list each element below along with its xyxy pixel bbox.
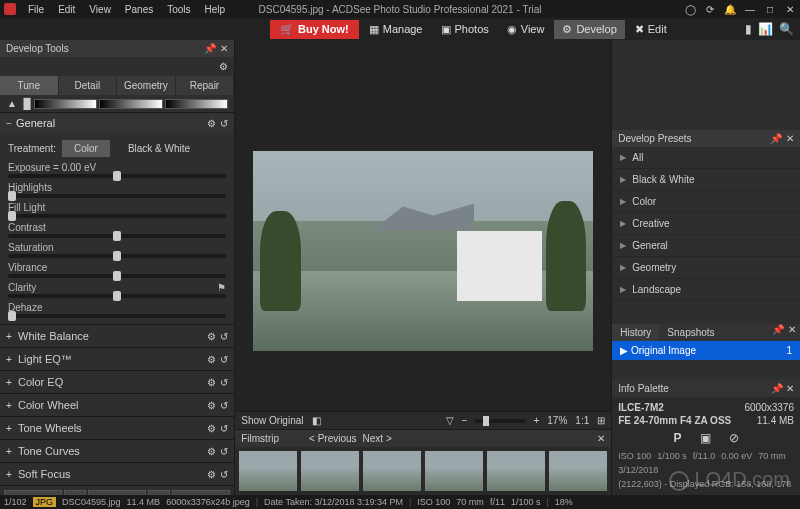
search-icon[interactable]: 🔍 — [779, 22, 794, 36]
gradient-highlights[interactable] — [165, 99, 228, 109]
presets-gear-icon[interactable]: ⚙ — [219, 61, 228, 72]
filmstrip-prev-button[interactable]: < Previous — [309, 433, 357, 444]
reset-icon[interactable]: ↺ — [220, 377, 228, 388]
reset-icon[interactable]: ↺ — [220, 331, 228, 342]
section-tone-wheels[interactable]: +Tone Wheels⚙↺ — [0, 416, 234, 439]
reset-icon[interactable]: ↺ — [220, 469, 228, 480]
thumbnail[interactable] — [549, 451, 607, 491]
thumbnail[interactable] — [363, 451, 421, 491]
close-icon[interactable]: ✕ — [786, 133, 794, 144]
slider-thumb[interactable] — [113, 251, 121, 261]
mode-view[interactable]: ◉View — [499, 20, 553, 39]
filmstrip-next-button[interactable]: Next > — [363, 433, 392, 444]
reset-icon[interactable]: ↺ — [220, 354, 228, 365]
preset-creative[interactable]: ▶Creative — [612, 213, 800, 235]
zoom-out-icon[interactable]: − — [462, 415, 468, 426]
pin-icon[interactable]: 📌 — [204, 43, 216, 54]
tab-geometry[interactable]: Geometry — [117, 76, 176, 95]
close-panel-icon[interactable]: ✕ — [220, 43, 228, 54]
preset-color[interactable]: ▶Color — [612, 191, 800, 213]
close-icon[interactable]: ✕ — [786, 383, 794, 394]
buy-now-button[interactable]: 🛒 Buy Now! — [270, 20, 359, 39]
zoom-slider[interactable] — [475, 419, 525, 423]
slider-thumb[interactable] — [113, 271, 121, 281]
gear-icon[interactable]: ⚙ — [207, 469, 216, 480]
menu-edit[interactable]: Edit — [52, 2, 81, 17]
section-color-wheel[interactable]: +Color Wheel⚙↺ — [0, 393, 234, 416]
show-original-button[interactable]: Show Original — [241, 415, 303, 426]
slider-track[interactable] — [8, 294, 226, 298]
user-icon[interactable]: ◯ — [684, 4, 696, 15]
pin-icon[interactable]: 📌 — [770, 133, 782, 144]
gradient-shadows[interactable] — [34, 99, 97, 109]
general-header[interactable]: − General ⚙↺ — [0, 113, 234, 133]
thumbnail[interactable] — [301, 451, 359, 491]
365-icon[interactable]: ▮ — [745, 22, 752, 36]
history-item[interactable]: ▶ Original Image 1 — [612, 341, 800, 360]
menu-file[interactable]: File — [22, 2, 50, 17]
tab-detail[interactable]: Detail — [59, 76, 118, 95]
thumbnail[interactable] — [425, 451, 483, 491]
zoom-actual-button[interactable]: 1:1 — [575, 415, 589, 426]
section-tone-curves[interactable]: +Tone Curves⚙↺ — [0, 439, 234, 462]
mode-photos[interactable]: ▣Photos — [433, 20, 497, 39]
gear-icon[interactable]: ⚙ — [207, 423, 216, 434]
histogram-toggle-icon[interactable]: ▲ — [6, 98, 18, 109]
minimize-icon[interactable]: — — [744, 4, 756, 15]
slider-thumb[interactable] — [8, 191, 16, 201]
slider-thumb[interactable] — [113, 291, 121, 301]
slider-track[interactable] — [8, 314, 226, 318]
zoom-menu-icon[interactable]: ⊞ — [597, 415, 605, 426]
gear-icon[interactable]: ⚙ — [207, 400, 216, 411]
gear-icon[interactable]: ⚙ — [207, 377, 216, 388]
slider-thumb[interactable] — [113, 231, 121, 241]
tab-tune[interactable]: Tune — [0, 76, 59, 95]
slider-track[interactable] — [8, 234, 226, 238]
mode-edit[interactable]: ✖Edit — [627, 20, 675, 39]
mode-develop[interactable]: ⚙Develop — [554, 20, 624, 39]
menu-tools[interactable]: Tools — [161, 2, 196, 17]
preset-geometry[interactable]: ▶Geometry — [612, 257, 800, 279]
compare-icon[interactable]: ◧ — [312, 415, 321, 426]
slider-track[interactable] — [8, 274, 226, 278]
preset-black-white[interactable]: ▶Black & White — [612, 169, 800, 191]
section-light-eq-[interactable]: +Light EQ™⚙↺ — [0, 347, 234, 370]
slider-thumb[interactable] — [113, 171, 121, 181]
reset-icon[interactable]: ↺ — [220, 118, 228, 129]
zoom-in-icon[interactable]: + — [533, 415, 539, 426]
section-color-eq[interactable]: +Color EQ⚙↺ — [0, 370, 234, 393]
bell-icon[interactable]: 🔔 — [724, 4, 736, 15]
slider-track[interactable] — [8, 254, 226, 258]
pin-icon[interactable]: 📌 — [771, 383, 783, 394]
filmstrip[interactable] — [235, 447, 611, 495]
slider-track[interactable] — [8, 214, 226, 218]
menu-view[interactable]: View — [83, 2, 117, 17]
menu-help[interactable]: Help — [199, 2, 232, 17]
filmstrip-close-icon[interactable]: ✕ — [597, 433, 605, 444]
section-soft-focus[interactable]: +Soft Focus⚙↺ — [0, 462, 234, 485]
treatment-bw-button[interactable]: Black & White — [116, 140, 202, 157]
reset-icon[interactable]: ↺ — [220, 400, 228, 411]
slider-thumb[interactable] — [8, 311, 16, 321]
thumbnail[interactable] — [239, 451, 297, 491]
reset-icon[interactable]: ↺ — [220, 423, 228, 434]
slider-track[interactable] — [8, 194, 226, 198]
zoom-percent[interactable]: 17% — [547, 415, 567, 426]
slider-track[interactable] — [8, 174, 226, 178]
reset-icon[interactable]: ↺ — [220, 446, 228, 457]
preset-all[interactable]: ▶All — [612, 147, 800, 169]
treatment-color-button[interactable]: Color — [62, 140, 110, 157]
sync-icon[interactable]: ⟳ — [704, 4, 716, 15]
gear-icon[interactable]: ⚙ — [207, 446, 216, 457]
zoom-fit-icon[interactable]: ▽ — [446, 415, 454, 426]
menu-panes[interactable]: Panes — [119, 2, 159, 17]
preset-landscape[interactable]: ▶Landscape — [612, 279, 800, 301]
mode-manage[interactable]: ▦Manage — [361, 20, 431, 39]
image-canvas[interactable] — [235, 40, 611, 411]
tab-snapshots[interactable]: Snapshots — [659, 324, 722, 341]
gear-icon[interactable]: ⚙ — [207, 354, 216, 365]
section-white-balance[interactable]: +White Balance⚙↺ — [0, 324, 234, 347]
maximize-icon[interactable]: □ — [764, 4, 776, 15]
pin-icon[interactable]: 📌 — [772, 324, 784, 341]
histogram-icon[interactable]: 📊 — [758, 22, 773, 36]
